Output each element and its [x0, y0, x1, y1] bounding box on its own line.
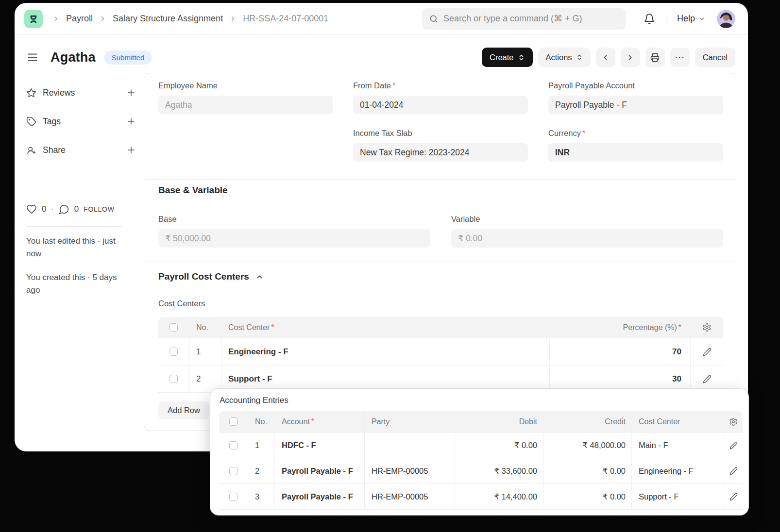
form-body: Employee Name Agatha From Date* 01-04-20…: [144, 73, 736, 431]
row-checkbox[interactable]: [170, 348, 178, 356]
row-percentage[interactable]: 70: [550, 338, 691, 366]
row-debit[interactable]: ₹ 14,400.00: [455, 484, 543, 510]
more-options-button[interactable]: ⋯: [670, 48, 690, 67]
user-avatar[interactable]: [717, 10, 735, 28]
from-date-field[interactable]: 01-04-2024: [353, 96, 528, 114]
sidebar-item-reviews[interactable]: Reviews: [26, 84, 136, 101]
breadcrumb: Payroll Salary Structure Assignment HR-S…: [52, 14, 328, 24]
row-no: 2: [248, 458, 275, 484]
app-window: Payroll Salary Structure Assignment HR-S…: [15, 3, 748, 451]
table-row[interactable]: 1 Engineering - F 70: [158, 338, 723, 366]
row-cost-center[interactable]: Engineering - F: [632, 458, 724, 484]
plus-icon: [126, 88, 136, 98]
title-actions: Create Actions ⋯: [482, 48, 735, 67]
row-party[interactable]: [365, 432, 455, 458]
variable-field[interactable]: ₹ 0.00: [451, 229, 723, 248]
header-no: No.: [189, 317, 221, 338]
actions-button-label: Actions: [546, 53, 572, 62]
actions-button[interactable]: Actions: [538, 48, 591, 67]
section-heading-payroll-cost-centers: Payroll Cost Centers: [158, 271, 264, 282]
follow-button[interactable]: FOLLOW: [84, 205, 114, 213]
row-credit[interactable]: ₹ 48,000.00: [543, 432, 632, 458]
edit-row-pencil-icon[interactable]: [703, 375, 712, 383]
help-label: Help: [677, 14, 695, 24]
tag-icon: [26, 116, 36, 127]
comment-icon[interactable]: [59, 204, 69, 215]
income-tax-slab-field[interactable]: New Tax Regime: 2023-2024: [353, 143, 528, 162]
row-checkbox[interactable]: [229, 467, 237, 475]
row-no: 1: [189, 338, 221, 366]
row-account[interactable]: HDFC - F: [275, 432, 365, 458]
add-share-button[interactable]: [126, 145, 136, 155]
table-settings-gear-icon[interactable]: [729, 417, 738, 426]
employee-name-field[interactable]: Agatha: [158, 96, 333, 114]
app-logo-icon[interactable]: [24, 10, 43, 28]
sidebar-item-label: Tags: [43, 116, 61, 127]
next-document-button[interactable]: [621, 48, 640, 67]
row-account[interactable]: Payroll Payable - F: [275, 484, 365, 510]
table-settings-gear-icon[interactable]: [702, 323, 712, 332]
notifications-bell-icon[interactable]: [644, 13, 655, 25]
row-cost-center[interactable]: Main - F: [632, 432, 724, 458]
field-label-income-tax-slab: Income Tax Slab: [353, 129, 528, 138]
row-cost-center[interactable]: Engineering - F: [221, 338, 550, 366]
search-input[interactable]: [443, 14, 619, 24]
required-asterisk: *: [392, 81, 395, 90]
heart-icon[interactable]: [26, 204, 37, 215]
add-review-button[interactable]: [126, 88, 136, 98]
breadcrumb-salary-structure-assignment[interactable]: Salary Structure Assignment: [113, 14, 223, 24]
chevron-up-icon[interactable]: [255, 273, 264, 281]
create-button[interactable]: Create: [482, 48, 533, 67]
star-icon: [26, 88, 36, 98]
row-party[interactable]: HR-EMP-00005: [365, 458, 455, 484]
header-cost-center: Cost Center: [632, 411, 724, 432]
chevron-down-icon: [698, 16, 705, 22]
select-all-checkbox[interactable]: [170, 323, 178, 332]
field-label-variable: Variable: [451, 215, 480, 224]
sidebar-item-tags[interactable]: Tags: [26, 113, 136, 130]
create-button-label: Create: [490, 53, 514, 62]
row-checkbox[interactable]: [229, 493, 237, 501]
row-cost-center[interactable]: Support - F: [632, 484, 724, 510]
menu-hamburger-icon[interactable]: [26, 51, 39, 64]
accounting-table-header: No. Account* Party Debit Credit Cost Cen…: [219, 411, 743, 432]
print-button[interactable]: [645, 48, 665, 67]
edit-row-pencil-icon[interactable]: [729, 493, 738, 501]
row-no: 3: [248, 484, 275, 510]
header-percentage: Percentage (%)*: [550, 317, 691, 338]
currency-field[interactable]: INR: [548, 143, 723, 162]
page-title: Agatha: [51, 50, 96, 65]
edit-row-pencil-icon[interactable]: [729, 467, 738, 475]
global-search[interactable]: [422, 8, 626, 30]
row-checkbox[interactable]: [170, 375, 178, 383]
row-debit[interactable]: ₹ 0.00: [455, 432, 543, 458]
select-all-checkbox[interactable]: [229, 417, 237, 426]
table-row[interactable]: 3 Payroll Payable - F HR-EMP-00005 ₹ 14,…: [219, 484, 743, 510]
search-icon: [429, 14, 439, 24]
breadcrumb-payroll[interactable]: Payroll: [66, 14, 93, 24]
table-row[interactable]: 1 HDFC - F ₹ 0.00 ₹ 48,000.00 Main - F: [219, 432, 743, 458]
add-row-button[interactable]: Add Row: [158, 401, 209, 419]
row-credit[interactable]: ₹ 0.00: [543, 458, 632, 484]
payroll-payable-account-field[interactable]: Payroll Payable - F: [548, 96, 723, 114]
base-field[interactable]: ₹ 50,000.00: [158, 229, 430, 248]
row-party[interactable]: HR-EMP-00005: [365, 484, 455, 510]
row-credit[interactable]: ₹ 0.00: [543, 484, 632, 510]
table-row[interactable]: 2 Payroll Payable - F HR-EMP-00005 ₹ 33,…: [219, 458, 743, 484]
section-heading-base-variable: Base & Variable: [158, 185, 228, 196]
cancel-button[interactable]: Cancel: [695, 48, 735, 67]
row-debit[interactable]: ₹ 33,600.00: [455, 458, 543, 484]
header-cost-center: Cost Center*: [221, 317, 550, 338]
help-menu[interactable]: Help: [677, 14, 705, 24]
field-label-payroll-payable-account: Payroll Payable Account: [548, 81, 723, 90]
row-checkbox[interactable]: [229, 441, 237, 449]
add-tag-button[interactable]: [126, 116, 136, 126]
edit-row-pencil-icon[interactable]: [729, 441, 738, 449]
edit-row-pencil-icon[interactable]: [703, 348, 712, 356]
previous-document-button[interactable]: [596, 48, 615, 67]
social-row: 0 · 0 FOLLOW: [26, 204, 115, 215]
header-account: Account*: [275, 411, 365, 432]
sidebar-item-share[interactable]: Share: [26, 142, 136, 158]
row-account[interactable]: Payroll Payable - F: [275, 458, 365, 484]
ellipsis-icon: ⋯: [675, 52, 685, 62]
